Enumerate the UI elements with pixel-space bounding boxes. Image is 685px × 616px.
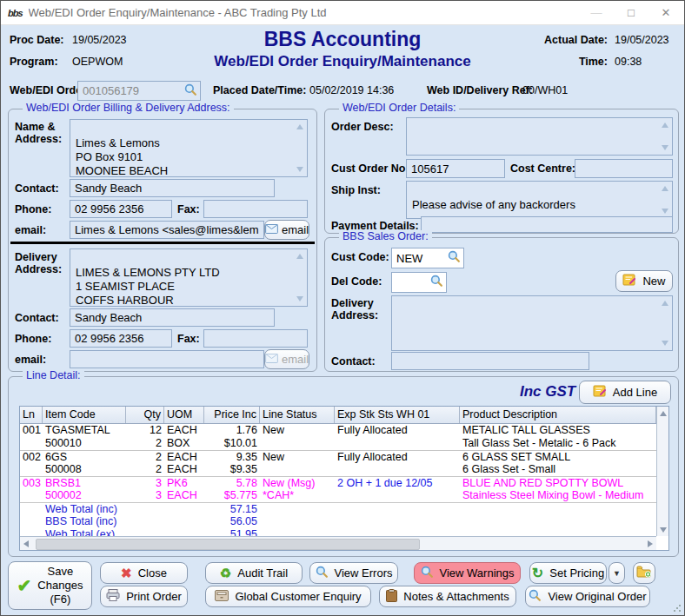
- total-row[interactable]: Web Total (inc)57.15: [20, 502, 656, 515]
- delivery-phone-input[interactable]: 02 9956 2356: [70, 329, 172, 348]
- chevron-down-icon: ▼: [613, 569, 621, 578]
- table-row[interactable]: 003BRSB13PK65.78New (Msg)2 OH + 1 due 12…: [20, 476, 656, 489]
- app-window: bbs Web/EDI Order Enquiry/Maintenance - …: [0, 0, 685, 616]
- set-pricing-button[interactable]: ↻ Set Pricing: [529, 562, 607, 584]
- cust-order-no-input[interactable]: 105617: [406, 159, 505, 178]
- table-cell: [260, 515, 335, 528]
- scroll-down-icon[interactable]: [662, 145, 668, 150]
- scroll-up-icon[interactable]: [296, 124, 303, 129]
- billing-phone-input[interactable]: 02 9956 2356: [70, 200, 172, 218]
- table-row[interactable]: 5000102BOX$10.01Tall Glass Set - Metalic…: [20, 437, 656, 450]
- billing-address-textarea[interactable]: Limes & Lemons PO Box 9101 MOONEE BEACH …: [70, 119, 308, 177]
- table-cell: 2: [126, 437, 164, 450]
- new-button[interactable]: New: [615, 270, 673, 292]
- horizontal-scrollbar[interactable]: [20, 536, 656, 550]
- resize-grip[interactable]: [673, 604, 682, 613]
- table-cell: [20, 515, 43, 528]
- scroll-down-icon[interactable]: [296, 167, 303, 172]
- scroll-left-icon[interactable]: [23, 540, 29, 547]
- billing-email-button[interactable]: email: [264, 220, 309, 240]
- table-cell: [260, 528, 335, 536]
- table-cell: [335, 489, 460, 502]
- refresh-icon: ↻: [532, 566, 543, 580]
- check-icon: ✔: [17, 577, 32, 594]
- set-pricing-dropdown-button[interactable]: ▼: [609, 562, 625, 584]
- payment-details-input[interactable]: [421, 216, 673, 233]
- delivery-email-input[interactable]: [70, 350, 264, 368]
- view-errors-button[interactable]: View Errors: [309, 562, 398, 584]
- scroll-right-icon[interactable]: [648, 540, 653, 547]
- view-original-order-button[interactable]: View Original Order: [525, 586, 650, 607]
- scrollbar-thumb[interactable]: [36, 539, 420, 550]
- table-cell: [260, 463, 335, 476]
- add-folder-button[interactable]: [633, 562, 655, 584]
- column-header: Price Inc: [204, 407, 260, 423]
- delivery-email-button[interactable]: email: [264, 349, 309, 369]
- recycle-icon: ♻: [220, 566, 231, 580]
- delivery-phone-label: Phone:: [15, 333, 51, 345]
- table-cell: 56.05: [204, 515, 260, 528]
- column-header: UOM: [164, 407, 204, 423]
- table-cell: [20, 463, 43, 476]
- table-cell: 001: [20, 424, 43, 437]
- cust-order-no-label: Cust Order No:: [331, 162, 409, 175]
- search-icon[interactable]: [430, 275, 443, 290]
- web-edi-order-input[interactable]: 001056179: [77, 81, 201, 101]
- search-icon[interactable]: [448, 250, 461, 266]
- add-line-button[interactable]: Add Line: [579, 381, 671, 404]
- cost-centre-input[interactable]: [575, 159, 673, 178]
- ship-inst-textarea[interactable]: Please advise of any backorders: [406, 181, 673, 219]
- table-row[interactable]: 0026GS2EACH9.35NewFully Allocated6 GLASS…: [20, 450, 656, 463]
- del-code-input[interactable]: [391, 272, 447, 293]
- scroll-up-icon[interactable]: [662, 186, 668, 191]
- delivery-contact-input[interactable]: Sandy Beach: [70, 308, 275, 327]
- view-warnings-button[interactable]: View Warnings: [414, 562, 521, 584]
- table-row[interactable]: 001TGASMETAL12EACH1.76NewFully Allocated…: [20, 424, 656, 437]
- delivery-fax-input[interactable]: [203, 329, 308, 348]
- billing-contact-input[interactable]: Sandy Beach: [70, 179, 275, 197]
- vertical-scrollbar[interactable]: [656, 407, 668, 536]
- notes-attachments-button[interactable]: Notes & Attachments: [379, 586, 516, 607]
- table-cell: 3: [126, 489, 164, 502]
- bbs-delivery-address-textarea[interactable]: [391, 295, 673, 351]
- table-row[interactable]: 5000023EACH$5.775*CAH*Stainless Steel Mi…: [20, 489, 656, 502]
- table-cell: Stainless Steel Mixing Bowl - Medium: [460, 489, 656, 502]
- scroll-down-icon[interactable]: [296, 296, 303, 301]
- order-desc-textarea[interactable]: [406, 117, 673, 156]
- global-customer-enquiry-button[interactable]: Global Customer Enquiry: [205, 586, 371, 607]
- total-row[interactable]: Web Total (ex)51.95: [20, 528, 656, 536]
- scroll-up-icon[interactable]: [662, 301, 668, 306]
- column-header: Exp Stk Sts WH 01: [335, 407, 460, 423]
- scroll-up-icon[interactable]: [660, 411, 667, 416]
- envelope-icon: [265, 353, 278, 366]
- bbs-contact-input[interactable]: [391, 352, 589, 370]
- scroll-down-icon[interactable]: [660, 527, 667, 533]
- table-row[interactable]: 5000082EACH$9.356 Glass Set - Small: [20, 463, 656, 476]
- cust-code-input[interactable]: NEW: [391, 248, 464, 268]
- scroll-down-icon[interactable]: [662, 341, 668, 346]
- maximize-icon[interactable]: □: [625, 6, 637, 19]
- table-cell: BLUE AND RED SPOTTY BOWL: [460, 477, 656, 489]
- delivery-address-textarea[interactable]: LIMES & LEMONS PTY LTD 1 SEAMIST PLACE C…: [70, 248, 308, 307]
- scroll-up-icon[interactable]: [296, 254, 303, 259]
- close-button[interactable]: ✖ Close: [100, 562, 188, 584]
- search-icon[interactable]: [184, 83, 197, 99]
- print-order-button[interactable]: Print Order: [100, 586, 188, 607]
- audit-trail-button[interactable]: ♻ Audit Trail: [205, 562, 303, 584]
- scroll-down-icon[interactable]: [662, 209, 668, 214]
- billing-fax-input[interactable]: [203, 200, 308, 218]
- table-cell: 6 Glass Set - Small: [460, 463, 656, 476]
- scroll-up-icon[interactable]: [662, 123, 668, 128]
- table-cell: [335, 528, 460, 536]
- close-icon[interactable]: ✕: [660, 6, 672, 19]
- billing-email-input[interactable]: Limes & Lemons <sales@limes&lem: [70, 221, 264, 239]
- header-right: Actual Date: 19/05/2023 Time: 09:38: [544, 34, 677, 68]
- column-header: Product Description: [460, 407, 656, 423]
- table-cell: New (Msg): [260, 477, 335, 489]
- table-cell: BBS Total (inc): [43, 515, 126, 528]
- web-id-label: Web ID/Delivery Ref:: [427, 84, 533, 96]
- total-row[interactable]: BBS Total (inc)56.05: [20, 515, 656, 528]
- save-changes-button[interactable]: ✔ Save Changes (F6): [8, 561, 92, 610]
- bbs-logo-icon: bbs: [8, 9, 23, 17]
- table-cell: [335, 463, 460, 476]
